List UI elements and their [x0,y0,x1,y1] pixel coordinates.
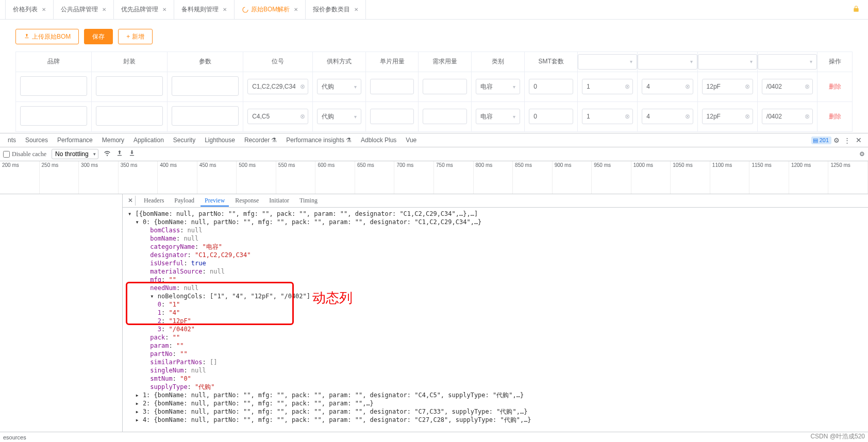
brand-textarea[interactable] [20,106,87,126]
smt-input[interactable] [529,79,573,94]
th-dyn-3: ▾ [697,52,757,72]
clear-icon[interactable]: ⊗ [745,113,750,120]
delete-link[interactable]: 删除 [829,113,841,120]
upload-bom-button[interactable]: 上传原始BOM [15,29,79,44]
chevron-down-icon: ▾ [630,59,632,64]
chevron-down-icon: ▾ [354,114,357,120]
clear-icon[interactable]: ⊗ [625,83,630,90]
dyn-header-select[interactable]: ▾ [578,54,637,70]
close-icon[interactable]: ✕ [102,7,106,12]
category-select[interactable]: 电容▾ [476,79,520,94]
loading-icon [242,6,249,13]
th-operate: 操作 [817,52,852,72]
th-smt: SMT套数 [525,52,578,72]
param-textarea[interactable] [172,76,239,96]
need-input[interactable] [423,109,467,124]
tab-quote-param[interactable]: 报价参数类目✕ [306,0,366,19]
upload-icon [24,33,30,41]
designator-input[interactable] [247,109,308,124]
supply-select[interactable]: 代购▾ [317,109,361,124]
dyn-header-select[interactable]: ▾ [638,54,697,70]
th-dyn-1: ▾ [577,52,637,72]
need-input[interactable] [423,79,467,94]
chevron-down-icon: ▾ [690,59,693,64]
th-dyn-2: ▾ [638,52,697,72]
close-icon[interactable]: ✕ [294,7,298,12]
param-textarea[interactable] [172,106,239,126]
th-designator: 位号 [243,52,313,72]
close-icon[interactable]: ✕ [223,7,227,12]
plus-icon: + [126,33,130,40]
supply-select[interactable]: 代购▾ [317,79,361,94]
svg-point-0 [243,7,248,12]
th-single: 单片用量 [365,52,419,72]
dyn-header-select[interactable]: ▾ [698,54,757,70]
th-category: 类别 [472,52,525,72]
th-dyn-4: ▾ [757,52,817,72]
dyn-header-select[interactable]: ▾ [758,54,817,70]
clear-icon[interactable]: ⊗ [685,113,690,120]
tab-price-list[interactable]: 价格列表✕ [5,0,54,19]
chevron-down-icon: ▾ [750,59,753,64]
table-header-row: 品牌 封装 参数 位号 供料方式 单片用量 需求用量 类别 SMT套数 ▾ ▾ … [16,52,852,72]
chevron-down-icon: ▾ [513,84,515,90]
close-icon[interactable]: ✕ [42,7,46,12]
pack-textarea[interactable] [96,76,163,96]
save-button[interactable]: 保存 [84,29,113,44]
clear-icon[interactable]: ⊗ [745,83,750,90]
th-param: 参数 [168,52,243,72]
th-brand: 品牌 [16,52,92,72]
close-icon[interactable]: ✕ [354,7,358,12]
lock-icon[interactable] [853,5,863,14]
add-button[interactable]: + 新增 [118,29,153,44]
tab-material-rule[interactable]: 备料规则管理✕ [174,0,235,19]
tab-public-brand[interactable]: 公共品牌管理✕ [54,0,114,19]
single-input[interactable] [370,79,414,94]
designator-input[interactable] [247,79,308,94]
clear-icon[interactable]: ⊗ [805,113,810,120]
table-row: ⊗代购▾电容▾⊗⊗⊗⊗删除 [16,101,852,131]
clear-icon[interactable]: ⊗ [805,83,810,90]
table-row: ⊗代购▾电容▾⊗⊗⊗⊗删除 [16,72,852,101]
close-icon[interactable]: ✕ [162,7,166,12]
bom-table: 品牌 封装 参数 位号 供料方式 单片用量 需求用量 类别 SMT套数 ▾ ▾ … [0,52,868,132]
clear-icon[interactable]: ⊗ [300,113,305,120]
chevron-down-icon: ▾ [513,114,515,120]
pack-textarea[interactable] [96,106,163,126]
chevron-down-icon: ▾ [810,59,812,64]
th-supply: 供料方式 [312,52,365,72]
toolbar: 上传原始BOM 保存 + 新增 [0,20,868,52]
tab-bar: 价格列表✕ 公共品牌管理✕ 优先品牌管理✕ 备料规则管理✕ 原始BOM解析✕ 报… [0,0,868,20]
clear-icon[interactable]: ⊗ [685,83,690,90]
smt-input[interactable] [529,109,573,124]
brand-textarea[interactable] [20,76,87,96]
chevron-down-icon: ▾ [354,84,357,90]
clear-icon[interactable]: ⊗ [300,83,305,90]
th-pack: 封装 [92,52,168,72]
clear-icon[interactable]: ⊗ [625,113,630,120]
th-need: 需求用量 [419,52,472,72]
single-input[interactable] [370,109,414,124]
delete-link[interactable]: 删除 [829,83,841,90]
tab-bom-parse[interactable]: 原始BOM解析✕ [235,0,306,19]
tab-priority-brand[interactable]: 优先品牌管理✕ [114,0,174,19]
category-select[interactable]: 电容▾ [476,109,520,124]
